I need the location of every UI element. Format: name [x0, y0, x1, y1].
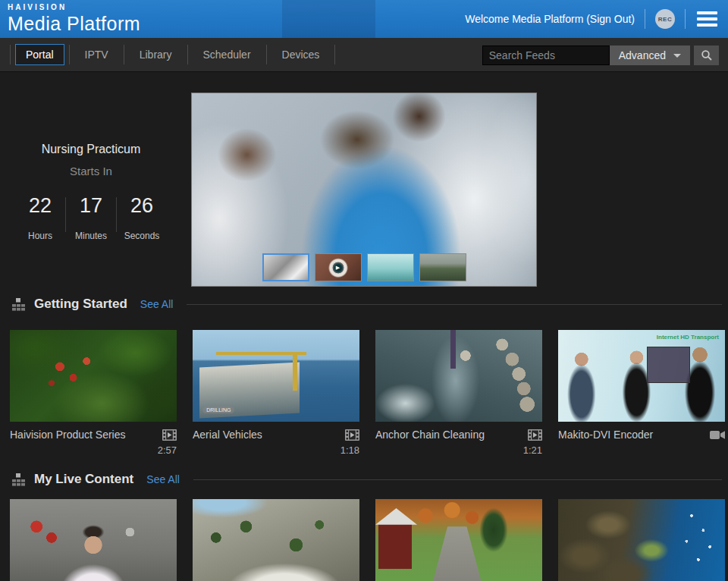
video-card	[10, 499, 177, 581]
carousel-thumbnails: ▶	[192, 253, 536, 281]
minutes-value: 17	[67, 194, 115, 218]
carousel-thumb-lake[interactable]	[419, 253, 466, 281]
video-title[interactable]: Aerial Vehicles	[193, 429, 262, 441]
search-button[interactable]	[694, 46, 719, 65]
carousel-thumb-hospital[interactable]	[367, 253, 414, 281]
hamburger-menu-icon[interactable]	[695, 8, 719, 30]
video-card: Internet HD Transport Makito-DVI Encoder	[558, 330, 725, 456]
sitemap-icon	[11, 473, 26, 486]
see-all-link[interactable]: See All	[140, 298, 174, 310]
seconds-value: 26	[118, 194, 165, 218]
countdown-divider	[65, 197, 66, 232]
seconds-label: Seconds	[118, 231, 165, 241]
hero-carousel[interactable]: ▶	[191, 93, 537, 287]
tab-divider	[187, 45, 188, 64]
tab-devices[interactable]: Devices	[271, 44, 331, 65]
countdown-divider	[116, 197, 117, 232]
tab-portal[interactable]: Portal	[15, 44, 64, 65]
video-title[interactable]: Haivision Product Series	[10, 429, 126, 441]
section-title: Getting Started	[34, 297, 127, 312]
header-divider	[685, 9, 686, 29]
countdown-minutes: 17 Minutes	[67, 194, 115, 241]
nav-tabs: Portal IPTV Library Scheduler Devices	[10, 44, 335, 65]
live-camera-icon	[710, 430, 725, 440]
video-card	[375, 499, 542, 581]
see-all-link[interactable]: See All	[146, 473, 180, 485]
brand-line1: HAIVISION	[8, 4, 140, 11]
advanced-dropdown-button[interactable]: Advanced	[610, 46, 690, 65]
countdown-hours: 22 Hours	[17, 194, 64, 241]
video-thumbnail-offshore-platform[interactable]: DRILLING	[193, 330, 359, 422]
hours-value: 22	[17, 194, 64, 218]
video-thumbnail-autumn-road[interactable]	[375, 499, 542, 581]
header-shade	[282, 0, 375, 38]
section-getting-started-header: Getting Started See All	[0, 296, 728, 312]
tab-library[interactable]: Library	[129, 44, 183, 65]
video-title[interactable]: Makito-DVI Encoder	[558, 429, 653, 441]
section-my-live-content-header: My Live Content See All	[0, 471, 728, 488]
video-duration: 1:18	[193, 444, 359, 456]
tab-divider	[69, 45, 70, 64]
section-divider-line	[193, 479, 722, 480]
film-video-icon	[345, 429, 359, 441]
rec-badge[interactable]: REC	[655, 9, 675, 29]
play-icon: ▶	[331, 261, 344, 274]
header-divider	[645, 9, 645, 29]
video-card	[558, 499, 725, 581]
section-title: My Live Content	[34, 472, 133, 487]
video-thumbnail-rocky-cliffs[interactable]	[193, 499, 359, 581]
video-card: Haivision Product Series 2:57	[10, 330, 177, 456]
video-card: DRILLING Aerial Vehicles 1:18	[193, 330, 359, 456]
welcome-signout-link[interactable]: Welcome Media Platform (Sign Out)	[465, 13, 635, 25]
film-video-icon	[162, 429, 177, 441]
tab-iptv[interactable]: IPTV	[74, 44, 119, 65]
tab-scheduler[interactable]: Scheduler	[193, 44, 262, 65]
search-input[interactable]	[482, 46, 610, 65]
search-icon	[701, 49, 713, 61]
navbar: Portal IPTV Library Scheduler Devices Ad…	[0, 38, 728, 72]
section-divider-line	[187, 304, 722, 305]
tab-divider	[334, 45, 335, 64]
thumbnail-overlay-text: Internet HD Transport	[657, 334, 719, 341]
sitemap-icon	[11, 298, 26, 311]
countdown-seconds: 26 Seconds	[118, 194, 165, 241]
presentation-screen	[647, 347, 690, 383]
video-thumbnail-anchor-chain[interactable]	[375, 330, 542, 422]
carousel-thumb-medical-grayscale[interactable]	[262, 253, 309, 281]
countdown-event-title: Nursing Practicum	[0, 143, 182, 156]
video-card: Anchor Chain Cleaning 1:21	[375, 330, 542, 456]
evergreen-shape	[475, 504, 512, 561]
crane-mast	[293, 352, 297, 391]
video-duration	[558, 444, 725, 456]
thumbnail-watermark: DRILLING	[202, 407, 234, 413]
brand-line2: Media Platform	[8, 14, 140, 33]
video-card	[193, 499, 359, 581]
video-thumbnail-interview[interactable]: Internet HD Transport	[558, 330, 725, 422]
video-title[interactable]: Anchor Chain Cleaning	[375, 429, 485, 441]
carousel-thumb-eye[interactable]: ▶	[315, 253, 362, 281]
video-duration: 2:57	[10, 444, 177, 456]
getting-started-card-row: Haivision Product Series 2:57 DRILLING A…	[10, 330, 725, 456]
video-thumbnail-studio-presenter[interactable]	[10, 499, 177, 581]
chain-hoist	[450, 330, 456, 369]
barn-roof-shape	[375, 508, 417, 525]
brand-logo[interactable]: HAIVISION Media Platform	[8, 4, 140, 33]
barn-shape	[378, 523, 412, 569]
tab-divider	[124, 45, 124, 64]
tab-divider	[10, 45, 11, 64]
tab-divider	[266, 45, 267, 64]
chevron-down-icon	[673, 54, 681, 58]
video-duration: 1:21	[375, 444, 542, 456]
my-live-content-card-row	[10, 499, 725, 581]
video-thumbnail-coral-reef[interactable]	[558, 499, 725, 581]
film-video-icon	[528, 429, 542, 441]
event-countdown: Nursing Practicum Starts In 22 Hours 17 …	[0, 143, 182, 241]
countdown-subtitle: Starts In	[0, 165, 182, 177]
minutes-label: Minutes	[67, 231, 115, 241]
advanced-label: Advanced	[619, 49, 666, 61]
hours-label: Hours	[17, 231, 64, 241]
video-thumbnail-jungle[interactable]	[10, 330, 177, 422]
app-header: HAIVISION Media Platform Welcome Media P…	[0, 0, 728, 38]
